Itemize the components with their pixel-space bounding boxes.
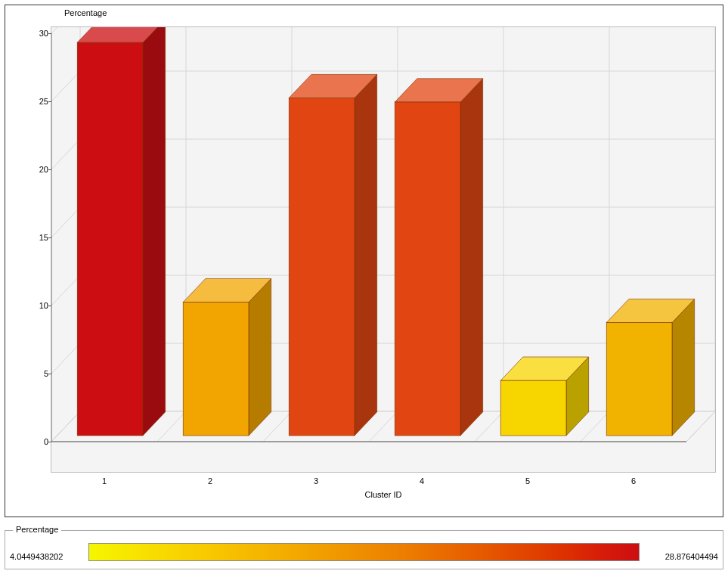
y-tick-label: 0: [29, 437, 48, 446]
svg-marker-32: [183, 278, 271, 302]
legend-min-value: 4.0449438202: [10, 552, 63, 561]
svg-marker-38: [500, 357, 588, 380]
y-tick-label: 25: [29, 97, 48, 106]
svg-marker-40: [606, 299, 694, 322]
svg-line-13: [51, 27, 80, 33]
legend-max-value: 28.876404494: [665, 552, 718, 561]
color-legend: Percentage 4.0449438202 28.876404494: [5, 530, 723, 569]
svg-marker-34: [289, 74, 376, 98]
svg-marker-33: [355, 74, 377, 436]
svg-line-28: [686, 411, 715, 442]
y-tick-label: 15: [29, 233, 48, 242]
svg-line-9: [51, 139, 80, 169]
bar: [606, 323, 672, 436]
svg-marker-35: [460, 79, 483, 436]
x-tick-label: 5: [525, 476, 530, 485]
bar: [183, 302, 249, 436]
svg-marker-39: [672, 299, 695, 436]
legend-gradient: [88, 543, 640, 561]
chart-panel: Percentage 051015202530123456Cluster ID: [5, 5, 723, 517]
x-tick-label: 3: [314, 476, 318, 485]
svg-line-22: [369, 411, 398, 442]
x-tick-label: 4: [420, 476, 424, 485]
legend-title: Percentage: [13, 525, 61, 534]
svg-line-26: [581, 411, 609, 442]
x-tick-label: 6: [631, 476, 636, 485]
y-tick-label: 10: [29, 301, 48, 310]
svg-line-16: [51, 411, 80, 442]
x-tick-label: 1: [102, 476, 107, 485]
bar: [500, 380, 566, 436]
svg-line-7: [51, 207, 80, 237]
bar: [395, 102, 460, 436]
svg-line-5: [51, 275, 80, 306]
y-tick-label: 20: [29, 165, 48, 174]
x-tick-label: 2: [208, 476, 212, 485]
y-axis-title: Percentage: [64, 8, 107, 17]
svg-line-11: [51, 71, 80, 101]
svg-marker-29: [143, 27, 166, 436]
svg-marker-31: [249, 278, 271, 436]
svg-line-20: [263, 411, 292, 442]
y-tick-label: 30: [29, 29, 48, 38]
svg-line-3: [51, 343, 80, 374]
y-tick-label: 5: [29, 369, 48, 378]
bar: [289, 98, 355, 436]
svg-line-18: [157, 411, 186, 442]
bar: [77, 42, 143, 436]
plot-area: 051015202530123456Cluster ID: [51, 26, 716, 473]
bars-layer: [51, 27, 715, 472]
svg-marker-36: [395, 79, 482, 102]
x-axis-title: Cluster ID: [365, 490, 402, 499]
svg-marker-37: [566, 357, 589, 436]
svg-line-24: [475, 411, 503, 442]
svg-line-1: [51, 411, 80, 442]
svg-marker-14: [51, 411, 715, 442]
svg-marker-30: [77, 27, 165, 42]
